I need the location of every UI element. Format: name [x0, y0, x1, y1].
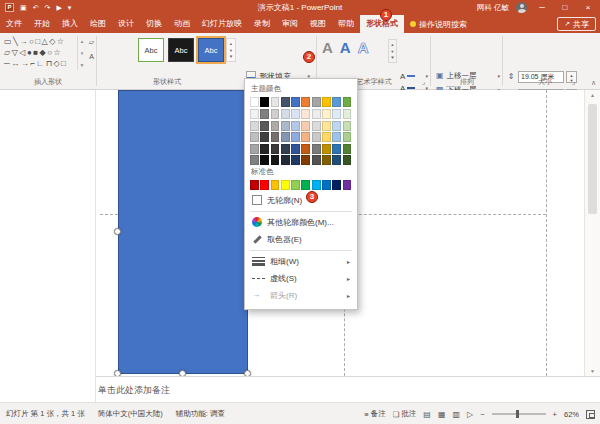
- tab-insert[interactable]: 插入: [56, 15, 84, 33]
- tab-draw[interactable]: 绘图: [84, 15, 112, 33]
- tab-animations[interactable]: 动画: [168, 15, 196, 33]
- shape-gallery-row[interactable]: ▭╲→○□△◇☆: [4, 36, 67, 47]
- tab-review[interactable]: 审阅: [276, 15, 304, 33]
- color-swatch[interactable]: [301, 155, 310, 165]
- color-swatch[interactable]: [281, 132, 290, 142]
- color-swatch[interactable]: [312, 132, 321, 142]
- wordart-gallery-scrollbar[interactable]: ▴ ▾ ▼: [388, 39, 397, 63]
- color-swatch[interactable]: [260, 97, 269, 107]
- color-swatch[interactable]: [291, 144, 300, 154]
- gallery-more-icon[interactable]: ▼: [390, 55, 394, 60]
- user-avatar[interactable]: [516, 2, 527, 13]
- notes-pane[interactable]: 单击此处添加备注: [96, 376, 600, 402]
- resize-handle-left[interactable]: [114, 228, 121, 235]
- shape-style-thumb[interactable]: Abc: [168, 38, 194, 62]
- color-swatch[interactable]: [332, 144, 341, 154]
- color-swatch[interactable]: [271, 180, 280, 190]
- dialog-launcher-icon[interactable]: ⌟: [572, 78, 575, 86]
- shape-style-thumb[interactable]: Abc: [198, 38, 224, 62]
- comments-toggle-button[interactable]: ❏ 批注: [393, 409, 417, 419]
- color-swatch[interactable]: [291, 97, 300, 107]
- color-swatch[interactable]: [250, 155, 259, 165]
- color-swatch[interactable]: [322, 132, 331, 142]
- vertical-scrollbar[interactable]: ▲ ▼: [584, 90, 600, 376]
- zoom-in-icon[interactable]: +: [553, 410, 557, 419]
- shape-gallery-scrollbar[interactable]: ▴ ▾ ▼: [77, 36, 86, 70]
- eyedropper-item[interactable]: 取色器(E): [250, 231, 352, 248]
- color-swatch[interactable]: [281, 109, 290, 119]
- maximize-button[interactable]: □: [557, 0, 573, 15]
- color-swatch[interactable]: [332, 132, 341, 142]
- color-swatch[interactable]: [301, 132, 310, 142]
- tab-help[interactable]: 帮助: [332, 15, 360, 33]
- shape-gallery[interactable]: ▭╲→○□△◇☆ ▱▽◁●■◆○☆ ─↔→⌐∟⊓◇□: [4, 36, 67, 69]
- color-swatch[interactable]: [291, 109, 300, 119]
- color-swatch[interactable]: [312, 109, 321, 119]
- close-button[interactable]: ×: [580, 0, 596, 15]
- color-swatch[interactable]: [301, 180, 310, 190]
- selected-shape[interactable]: [118, 90, 248, 374]
- color-swatch[interactable]: [271, 132, 280, 142]
- gallery-down-icon[interactable]: ▾: [81, 50, 84, 56]
- tab-design[interactable]: 设计: [112, 15, 140, 33]
- weight-item[interactable]: 粗细(W) ▸: [250, 253, 352, 270]
- zoom-level[interactable]: 62%: [564, 410, 579, 419]
- shape-gallery-row[interactable]: ─↔→⌐∟⊓◇□: [4, 58, 67, 69]
- wordart-style-thumb[interactable]: A: [358, 39, 369, 56]
- zoom-slider[interactable]: [492, 413, 546, 415]
- dialog-launcher-icon[interactable]: ⌟: [422, 78, 425, 86]
- color-swatch[interactable]: [322, 144, 331, 154]
- color-swatch[interactable]: [332, 109, 341, 119]
- color-swatch[interactable]: [250, 144, 259, 154]
- tell-me-search[interactable]: 操作说明搜索: [404, 15, 473, 33]
- color-swatch[interactable]: [250, 180, 259, 190]
- color-swatch[interactable]: [250, 97, 259, 107]
- gallery-up-icon[interactable]: ▴: [391, 42, 393, 47]
- color-swatch[interactable]: [332, 97, 341, 107]
- scroll-up-icon[interactable]: ▲: [585, 92, 600, 98]
- color-swatch[interactable]: [260, 155, 269, 165]
- dashes-item[interactable]: 虚线(S) ▸: [250, 270, 352, 287]
- color-swatch[interactable]: [271, 155, 280, 165]
- color-swatch[interactable]: [343, 132, 352, 142]
- color-swatch[interactable]: [250, 121, 259, 131]
- wordart-style-thumb[interactable]: A: [322, 39, 333, 56]
- normal-view-icon[interactable]: ▤: [423, 410, 431, 419]
- color-swatch[interactable]: [271, 144, 280, 154]
- tab-home[interactable]: 开始: [28, 15, 56, 33]
- color-swatch[interactable]: [260, 121, 269, 131]
- zoom-slider-thumb[interactable]: [516, 410, 519, 418]
- color-swatch[interactable]: [260, 109, 269, 119]
- color-swatch[interactable]: [301, 109, 310, 119]
- gallery-down-icon[interactable]: ▾: [230, 48, 232, 53]
- edit-shape-icon[interactable]: ▱: [89, 38, 94, 46]
- tab-file[interactable]: 文件: [0, 15, 28, 33]
- fit-to-window-icon[interactable]: [586, 410, 595, 419]
- color-swatch[interactable]: [291, 180, 300, 190]
- slide-sorter-view-icon[interactable]: ▦: [438, 410, 446, 419]
- gallery-more-icon[interactable]: ▼: [229, 54, 233, 59]
- accessibility-status[interactable]: 辅助功能: 调查: [176, 409, 225, 419]
- color-swatch[interactable]: [343, 109, 352, 119]
- slide-thumbnail-pane[interactable]: [0, 90, 96, 402]
- color-swatch[interactable]: [281, 97, 290, 107]
- gallery-up-icon[interactable]: ▴: [81, 38, 84, 44]
- color-swatch[interactable]: [332, 121, 341, 131]
- shape-style-thumb[interactable]: Abc: [138, 38, 164, 62]
- color-swatch[interactable]: [301, 144, 310, 154]
- color-swatch[interactable]: [271, 109, 280, 119]
- text-box-icon[interactable]: A: [89, 53, 94, 60]
- color-swatch[interactable]: [250, 132, 259, 142]
- color-swatch[interactable]: [343, 97, 352, 107]
- wordart-style-gallery[interactable]: A A A: [322, 39, 369, 56]
- color-swatch[interactable]: [322, 109, 331, 119]
- color-swatch[interactable]: [291, 132, 300, 142]
- share-button[interactable]: ↗ 共享: [557, 17, 596, 31]
- color-swatch[interactable]: [260, 132, 269, 142]
- color-swatch[interactable]: [322, 180, 331, 190]
- color-swatch[interactable]: [343, 180, 352, 190]
- color-swatch[interactable]: [343, 144, 352, 154]
- color-swatch[interactable]: [312, 97, 321, 107]
- tab-record[interactable]: 录制: [248, 15, 276, 33]
- tab-slideshow[interactable]: 幻灯片放映: [196, 15, 248, 33]
